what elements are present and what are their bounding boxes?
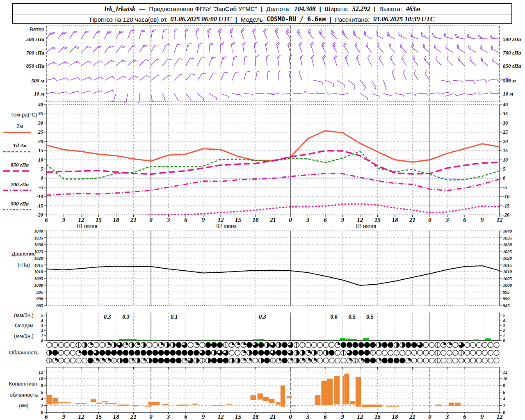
svg-text:10: 10: [503, 157, 508, 163]
precip-bar-2: [125, 339, 130, 340]
svg-text:1010: 1010: [503, 269, 512, 274]
convective-bar-36: [436, 404, 441, 406]
svg-text:990: 990: [503, 296, 510, 301]
svg-text:0: 0: [41, 410, 43, 415]
svg-text:35: 35: [502, 111, 508, 116]
svg-text:4: 4: [41, 318, 43, 323]
svg-text:3: 3: [41, 323, 43, 328]
precip-bar-14: [340, 338, 346, 340]
svg-text:3: 3: [306, 217, 310, 223]
svg-text:15: 15: [503, 148, 508, 153]
svg-text:15: 15: [38, 148, 43, 153]
svg-text:40: 40: [502, 102, 508, 107]
pressure-series: [46, 266, 500, 285]
precip-bar-8: [201, 340, 206, 340]
convective-bar-25: [315, 395, 321, 405]
precip-value-label-5: 0.5: [348, 314, 356, 320]
svg-text:1: 1: [41, 333, 43, 338]
date-label-0: 01 июня: [77, 223, 97, 229]
svg-text:6: 6: [41, 390, 43, 395]
convective-bar-6: [102, 401, 108, 402]
convective-bar-39: [470, 406, 474, 406]
svg-text:12: 12: [357, 413, 364, 420]
svg-text:3: 3: [445, 217, 449, 223]
svg-text:4: 4: [41, 396, 43, 401]
svg-text:-20: -20: [37, 212, 43, 218]
svg-text:9: 9: [202, 217, 205, 223]
precip-value-label-3: 0.3: [259, 314, 266, 320]
svg-text:6: 6: [324, 413, 327, 420]
svg-text:6: 6: [184, 217, 187, 223]
svg-text:12: 12: [497, 217, 503, 223]
convective-bar-30: [344, 374, 349, 404]
precip-bar-18: [473, 340, 479, 340]
precip-bar-4: [137, 340, 142, 340]
svg-text:15: 15: [374, 413, 381, 420]
svg-text:-20: -20: [503, 212, 509, 218]
svg-text:0: 0: [289, 217, 292, 223]
convective-bar-4: [91, 399, 96, 402]
svg-text:0: 0: [503, 410, 505, 415]
svg-text:6: 6: [45, 413, 48, 420]
svg-text:990: 990: [37, 296, 43, 301]
convective-bar-34: [362, 404, 382, 407]
svg-text:21: 21: [130, 217, 137, 223]
svg-text:1020: 1020: [34, 256, 43, 260]
svg-text:12: 12: [503, 370, 508, 374]
svg-text:1025: 1025: [34, 249, 43, 254]
svg-text:12: 12: [78, 413, 85, 420]
svg-text:18: 18: [253, 413, 259, 420]
svg-text:9: 9: [481, 413, 484, 420]
svg-text:0: 0: [41, 338, 43, 343]
precip-bar-6: [148, 340, 154, 340]
svg-text:8: 8: [503, 383, 505, 388]
svg-text:12: 12: [357, 217, 364, 223]
svg-text:15: 15: [235, 217, 242, 223]
svg-text:40: 40: [38, 102, 43, 107]
svg-text:1005: 1005: [503, 276, 512, 281]
svg-text:-5: -5: [39, 185, 43, 190]
svg-text:-5: -5: [503, 185, 507, 190]
svg-text:35: 35: [38, 111, 43, 116]
temperature-panel: 40403535303025252020151510105500-5-5-10-…: [3, 102, 509, 229]
svg-text:9: 9: [62, 217, 66, 223]
convective-bar-16: [226, 404, 232, 405]
svg-text:3: 3: [167, 217, 170, 223]
svg-text:1025: 1025: [503, 249, 512, 254]
svg-text:21: 21: [409, 413, 415, 420]
svg-text:1015: 1015: [34, 262, 43, 267]
svg-text:2: 2: [41, 403, 43, 408]
svg-text:5: 5: [41, 313, 43, 317]
svg-text:0: 0: [149, 217, 153, 223]
convective-bar-3: [75, 403, 86, 404]
precip-bar-16: [352, 339, 357, 340]
convective-bar-32: [356, 377, 361, 407]
precip-value-label-2: 0.1: [171, 314, 178, 320]
svg-text:1005: 1005: [34, 276, 43, 281]
svg-text:25: 25: [38, 129, 43, 135]
svg-text:4: 4: [502, 318, 505, 323]
svg-text:9: 9: [341, 413, 345, 420]
convective-bar-27: [327, 379, 333, 406]
svg-text:1040: 1040: [503, 228, 512, 233]
precip-bar-12: [258, 339, 264, 340]
svg-text:985: 985: [37, 303, 43, 308]
svg-text:8: 8: [41, 383, 43, 388]
svg-text:6: 6: [503, 390, 505, 395]
precip-bar-5: [142, 340, 148, 340]
wind-panel: [46, 26, 500, 102]
svg-text:0: 0: [503, 175, 505, 181]
svg-text:21: 21: [130, 413, 137, 420]
svg-text:15: 15: [235, 413, 242, 420]
svg-text:995: 995: [503, 290, 510, 294]
svg-text:1010: 1010: [34, 269, 43, 274]
svg-text:1030: 1030: [503, 242, 512, 247]
svg-text:0: 0: [149, 413, 153, 420]
svg-text:6: 6: [463, 217, 466, 223]
convective-bar-35: [386, 406, 399, 407]
svg-text:3: 3: [445, 413, 449, 420]
svg-text:25: 25: [502, 129, 508, 135]
convective-bar-18: [257, 393, 263, 400]
convective-bar-0: [46, 395, 52, 404]
svg-text:2: 2: [502, 328, 505, 333]
